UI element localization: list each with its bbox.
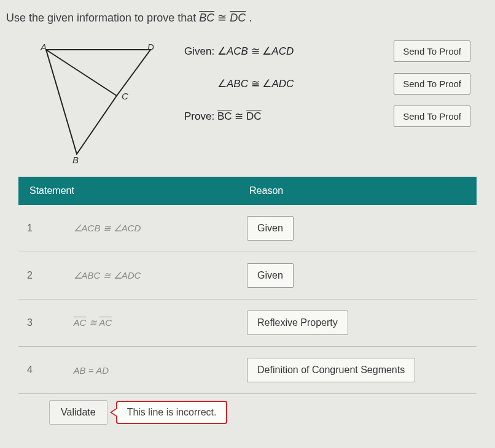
prompt-rel: ≅ bbox=[217, 12, 230, 24]
step-number: 3 bbox=[18, 299, 65, 347]
prove-line: Prove: BC DC bbox=[184, 110, 262, 123]
prompt-seg1: BC bbox=[199, 12, 214, 24]
given-label: Given: bbox=[184, 45, 214, 57]
given-block: Given: ACB ACD Send To Proof ABC ADC Sen… bbox=[184, 41, 470, 138]
given-row-2: ABC ADC Send To Proof bbox=[184, 73, 470, 95]
statement-cell: ∠ACB ≅ ∠ACD bbox=[65, 205, 238, 252]
given-line2: ABC ADC bbox=[184, 77, 294, 90]
vertex-d-label: D bbox=[147, 42, 154, 52]
send-to-proof-button-3[interactable]: Send To Proof bbox=[394, 106, 470, 127]
step-number: 4 bbox=[18, 347, 65, 394]
step-number: 1 bbox=[18, 205, 65, 252]
reason-cell: Reflexive Property bbox=[238, 299, 477, 347]
proof-table-header: Statement Reason bbox=[18, 177, 477, 205]
reason-box[interactable]: Definition of Congruent Segments bbox=[247, 358, 415, 382]
statement-cell: ∠ABC ≅ ∠ADC bbox=[65, 252, 238, 299]
proof-table: Statement Reason 1 ∠ACB ≅ ∠ACD Given 2 ∠… bbox=[18, 177, 477, 394]
statement-cell: AC ≅ AC bbox=[65, 299, 238, 347]
vertex-c-label: C bbox=[122, 91, 128, 101]
step-number: 2 bbox=[18, 252, 65, 299]
problem-prompt: Use the given information to prove that … bbox=[0, 0, 495, 28]
prompt-suffix: . bbox=[249, 12, 252, 24]
prove-row: Prove: BC DC Send To Proof bbox=[184, 106, 470, 127]
geometry-diagram: A D C B bbox=[37, 41, 166, 163]
error-message: This line is incorrect. bbox=[116, 401, 228, 424]
reason-cell: Given bbox=[238, 205, 477, 252]
statement-cell: AB = AD bbox=[65, 347, 238, 394]
table-row: 2 ∠ABC ≅ ∠ADC Given bbox=[18, 252, 477, 299]
prompt-seg2: DC bbox=[230, 12, 246, 24]
reason-box[interactable]: Given bbox=[247, 216, 294, 241]
reason-box[interactable]: Reflexive Property bbox=[247, 311, 348, 335]
svg-line-0 bbox=[46, 50, 117, 96]
validate-row: Validate This line is incorrect. bbox=[0, 394, 495, 425]
given-proof-section: A D C B Given: ACB ACD Send To Proof ABC… bbox=[0, 28, 495, 169]
header-statement: Statement bbox=[18, 177, 238, 205]
reason-box[interactable]: Given bbox=[247, 263, 294, 288]
header-reason: Reason bbox=[238, 177, 477, 205]
prompt-prefix: Use the given information to prove that bbox=[6, 12, 199, 24]
send-to-proof-button-1[interactable]: Send To Proof bbox=[394, 41, 470, 62]
reason-cell: Given bbox=[238, 252, 477, 299]
vertex-b-label: B bbox=[72, 155, 79, 165]
table-row: 4 AB = AD Definition of Congruent Segmen… bbox=[18, 347, 477, 394]
table-row: 3 AC ≅ AC Reflexive Property bbox=[18, 299, 477, 347]
send-to-proof-button-2[interactable]: Send To Proof bbox=[394, 73, 470, 95]
vertex-a-label: A bbox=[41, 42, 47, 52]
given-row-1: Given: ACB ACD Send To Proof bbox=[184, 41, 470, 62]
prove-label: Prove: bbox=[184, 110, 214, 122]
reason-cell: Definition of Congruent Segments bbox=[238, 347, 477, 394]
given-line1: Given: ACB ACD bbox=[184, 45, 294, 58]
table-row: 1 ∠ACB ≅ ∠ACD Given bbox=[18, 205, 477, 252]
validate-button[interactable]: Validate bbox=[49, 400, 107, 425]
